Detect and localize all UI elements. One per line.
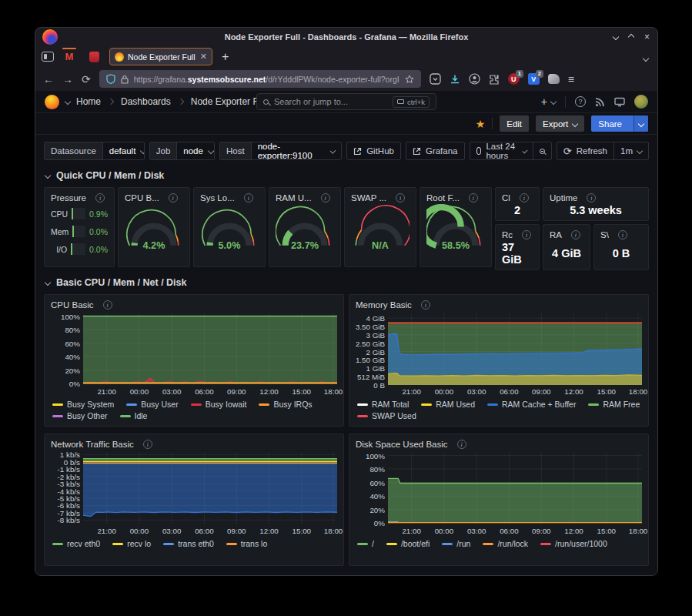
refresh-interval-dropdown[interactable]: 1m <box>613 142 648 159</box>
firefox-view-icon[interactable] <box>42 52 54 62</box>
share-button[interactable]: Share <box>591 116 648 132</box>
url-bar[interactable]: https://grafana.systemsobscure.net/d/rYd… <box>99 70 421 88</box>
memory-basic-plot[interactable]: 4 GiB3.50 GiB3 GiB2.50 GiB2 GiB1.50 GiB1… <box>356 313 642 396</box>
active-tab[interactable]: Node Exporter Full - Dashbo ✕ <box>109 48 212 65</box>
window-titlebar[interactable]: Node Exporter Full - Dashboards - Grafan… <box>35 28 657 46</box>
info-icon[interactable]: i <box>421 300 430 310</box>
extensions-puzzle-icon[interactable] <box>489 74 500 85</box>
menu-hamburger-icon[interactable]: ≡ <box>568 73 574 85</box>
time-range-picker[interactable]: Last 24 hours <box>470 142 552 160</box>
panel-title[interactable]: Uptime <box>550 193 577 203</box>
network-traffic-plot[interactable]: 1 kb/s0 b/s-1 kb/s-2 kb/s-3 kb/s-4 kb/s-… <box>51 453 337 535</box>
export-button[interactable]: Export <box>536 116 584 132</box>
new-tab-button[interactable]: + <box>219 51 232 63</box>
host-picker[interactable]: Host node-exporter:9100 <box>219 142 342 160</box>
edit-button[interactable]: Edit <box>500 116 529 132</box>
panel-title[interactable]: Memory Basic <box>356 300 412 310</box>
panel-title[interactable]: Sys Lo... <box>200 193 235 203</box>
grafana-link-button[interactable]: Grafana <box>406 142 465 160</box>
org-switcher-chevron-icon[interactable] <box>65 99 71 105</box>
panel-title[interactable]: RA <box>550 230 562 239</box>
info-icon[interactable]: i <box>321 193 330 203</box>
pocket-save-icon[interactable] <box>430 73 441 85</box>
add-new-button[interactable]: + <box>541 95 556 108</box>
lock-icon[interactable] <box>121 75 129 84</box>
news-rss-icon[interactable] <box>595 97 605 107</box>
reload-button[interactable]: ⟳ <box>82 74 91 85</box>
refresh-button[interactable]: ⟳Refresh <box>557 142 613 159</box>
info-icon[interactable]: i <box>587 193 596 203</box>
forward-button[interactable]: → <box>62 74 73 85</box>
panel-title[interactable]: S\ <box>600 230 609 239</box>
share-menu-chevron-icon[interactable] <box>633 116 648 132</box>
info-icon[interactable]: i <box>169 193 178 203</box>
panel-title[interactable]: Rc <box>502 230 513 239</box>
legend-item[interactable]: Busy Iowait <box>191 400 247 409</box>
panel-title[interactable]: SWAP ... <box>351 193 386 203</box>
section-basic-cpu-mem-net-disk[interactable]: Basic CPU / Mem / Net / Disk <box>45 274 649 291</box>
legend-item[interactable]: trans eth0 <box>163 539 214 548</box>
info-icon[interactable]: i <box>469 193 478 203</box>
legend-item[interactable]: Idle <box>120 411 148 420</box>
info-icon[interactable]: i <box>143 440 152 449</box>
legend-item[interactable]: /run <box>442 539 470 548</box>
info-icon[interactable]: i <box>457 440 466 449</box>
help-icon[interactable]: ? <box>575 96 586 107</box>
legend-item[interactable]: RAM Free <box>588 400 640 409</box>
bookmark-star-icon[interactable] <box>405 75 414 84</box>
panel-title[interactable]: Cl <box>502 193 510 203</box>
panel-title[interactable]: Pressure <box>51 193 86 203</box>
info-icon[interactable]: i <box>103 300 112 310</box>
disk-space-plot[interactable]: 100%80%60%40%20%0%21:0000:0003:0006:0009… <box>356 453 642 535</box>
extension-gray-icon[interactable] <box>548 74 560 84</box>
legend-item[interactable]: recv eth0 <box>52 539 100 548</box>
job-picker[interactable]: Job node <box>149 142 215 160</box>
legend-item[interactable]: Busy System <box>52 400 114 409</box>
panel-title[interactable]: CPU Basic <box>51 300 94 310</box>
legend-item[interactable]: /run/user/1000 <box>540 539 607 548</box>
info-icon[interactable]: i <box>522 230 531 239</box>
pinned-tab-app[interactable] <box>85 48 103 66</box>
account-icon[interactable] <box>469 73 480 85</box>
panel-title[interactable]: Root F... <box>426 193 460 203</box>
info-icon[interactable]: i <box>244 193 253 203</box>
minimize-button[interactable] <box>613 34 619 40</box>
legend-item[interactable]: /boot/efi <box>386 539 430 548</box>
download-icon[interactable] <box>450 74 460 85</box>
github-link-button[interactable]: GitHub <box>346 142 401 160</box>
legend-item[interactable]: SWAP Used <box>357 411 416 420</box>
shield-icon[interactable] <box>106 74 115 84</box>
panel-title[interactable]: Disk Space Used Basic <box>356 440 448 449</box>
legend-item[interactable]: RAM Used <box>421 400 475 409</box>
user-avatar[interactable] <box>634 95 648 109</box>
legend-item[interactable]: / <box>357 539 374 548</box>
refresh-picker[interactable]: ⟳Refresh 1m <box>557 142 649 160</box>
pinned-tab-gmail[interactable]: M <box>60 48 79 66</box>
legend-item[interactable]: RAM Total <box>357 400 409 409</box>
legend-item[interactable]: trans lo <box>226 539 267 548</box>
panel-title[interactable]: Network Traffic Basic <box>51 440 134 449</box>
legend-item[interactable]: Busy User <box>126 400 178 409</box>
maximize-button[interactable] <box>628 34 634 40</box>
extension-blue-icon[interactable]: V2 <box>528 73 540 85</box>
info-icon[interactable]: i <box>618 230 627 239</box>
search-input[interactable]: Search or jump to... ctrl+k <box>256 93 436 110</box>
info-icon[interactable]: i <box>571 230 580 239</box>
favorite-star-icon[interactable]: ★ <box>476 119 486 129</box>
list-all-tabs-icon[interactable] <box>644 50 651 64</box>
breadcrumb-dashboards[interactable]: Dashboards <box>121 96 171 107</box>
back-button[interactable]: ← <box>43 74 54 85</box>
display-monitor-icon[interactable] <box>614 97 625 107</box>
panel-title[interactable]: RAM U... <box>276 193 312 203</box>
legend-item[interactable]: Busy IRQs <box>259 400 312 409</box>
datasource-picker[interactable]: Datasource default <box>44 142 145 160</box>
legend-item[interactable]: Busy Other <box>52 411 108 420</box>
legend-item[interactable]: /run/lock <box>483 539 528 548</box>
cpu-basic-plot[interactable]: 100%80%60%40%20%0%21:0000:0003:0006:0009… <box>51 313 337 396</box>
zoom-out-button[interactable] <box>533 142 551 159</box>
grafana-logo-icon[interactable] <box>45 95 59 109</box>
info-icon[interactable]: i <box>95 193 105 203</box>
breadcrumb-home[interactable]: Home <box>76 96 101 107</box>
panel-title[interactable]: CPU B... <box>125 193 159 203</box>
section-quick-cpu-mem-disk[interactable]: Quick CPU / Mem / Disk <box>45 167 649 184</box>
